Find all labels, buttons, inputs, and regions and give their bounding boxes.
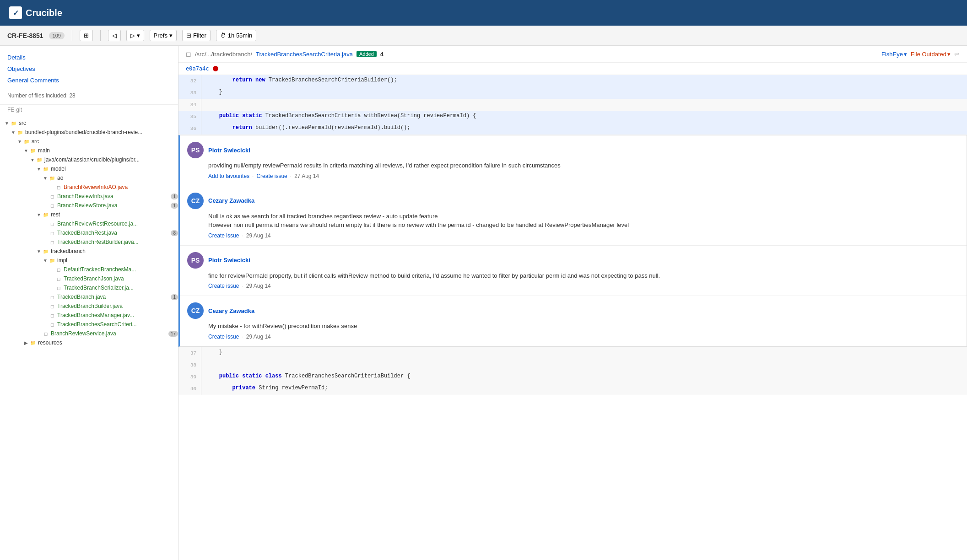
file-icon: ◻ — [55, 183, 62, 191]
tree-item-trackedbranch-rest[interactable]: ◻ TrackedBranchRest.java 8 — [0, 228, 178, 237]
tree-item-branchreviewservice[interactable]: ◻ BranchReviewService.java 17 — [0, 329, 178, 338]
comment-count: 1 — [171, 294, 178, 300]
create-issue-link[interactable]: Create issue — [208, 232, 239, 239]
comment-body: providing null/empty reviewPermaId resul… — [208, 161, 959, 170]
comment-indicator — [213, 66, 218, 71]
code-line-33: 33 } — [178, 87, 967, 99]
tree-item-trackedbranchbuilder[interactable]: ◻ TrackedBranchBuilder.java — [0, 302, 178, 311]
commit-hash[interactable]: e0a7a4c — [186, 65, 209, 72]
comment-author[interactable]: Piotr Swiecicki — [208, 147, 250, 154]
tree-item-branchreviewinfo[interactable]: ◻ BranchReviewInfo.java 1 — [0, 192, 178, 201]
sidebar: Details Objectives General Comments Numb… — [0, 46, 178, 560]
tree-item-src2[interactable]: ▼ 📁 src — [0, 137, 178, 146]
tree-item-branchreviewinfoao[interactable]: ◻ BranchReviewInfoAO.java — [0, 183, 178, 192]
comment-item: PS Piotr Swiecicki providing null/empty … — [180, 135, 967, 186]
create-issue-link[interactable]: Create issue — [208, 283, 239, 289]
chevron-right-icon: ▶ — [23, 340, 29, 345]
file-tree: ▼ 📁 src ▼ 📁 bundled-plugins/bundled/cruc… — [0, 117, 178, 349]
code-block-bottom: 37 } 38 39 public static class TrackedBr… — [178, 347, 967, 395]
app-logo[interactable]: ✓ Crucible — [9, 6, 62, 19]
tree-item-src[interactable]: ▼ 📁 src — [0, 118, 178, 128]
tree-item-trackedbranch-folder[interactable]: ▼ 📁 trackedbranch — [0, 247, 178, 256]
comment-count: 1 — [171, 203, 178, 209]
prefs-button[interactable]: Prefs ▾ — [150, 30, 177, 41]
comment-header: PS Piotr Swiecicki — [187, 142, 959, 158]
comment-actions: Create issue · 29 Aug 14 — [208, 232, 959, 239]
tree-item-trackedbranch[interactable]: ◻ TrackedBranch.java 1 — [0, 292, 178, 302]
folder-icon: 📁 — [29, 147, 37, 154]
file-icon: ◻ — [49, 312, 56, 319]
back-button[interactable]: ◁ — [108, 30, 121, 41]
file-icon: ◻ — [42, 330, 49, 337]
avatar: PS — [187, 142, 204, 158]
review-id: CR-FE-8851 — [7, 32, 43, 39]
chevron-down-icon: ▼ — [36, 212, 42, 217]
comment-count: 8 — [171, 230, 178, 236]
logo-icon: ✓ — [9, 6, 22, 19]
folder-icon: 📁 — [49, 257, 56, 264]
tree-item-trackedbranchjson[interactable]: ◻ TrackedBranchJson.java — [0, 274, 178, 283]
sync-icon: ⇌ — [954, 50, 960, 58]
divider — [72, 30, 72, 41]
comment-date: 29 Aug 14 — [246, 283, 271, 289]
chevron-down-icon: ▼ — [42, 176, 49, 181]
comment-count-badge: 109 — [49, 32, 65, 39]
comment-date: 27 Aug 14 — [294, 173, 319, 179]
tree-item-defaulttracked[interactable]: ◻ DefaultTrackedBranchesMa... — [0, 265, 178, 274]
content-area: ◻ /src/.../trackedbranch/ TrackedBranche… — [178, 46, 967, 560]
tree-item-resources[interactable]: ▶ 📁 resources — [0, 338, 178, 347]
file-icon: ◻ — [49, 238, 56, 246]
app-name: Crucible — [26, 8, 62, 18]
tree-item-main[interactable]: ▼ 📁 main — [0, 146, 178, 155]
file-icon: ◻ — [49, 229, 56, 237]
file-path: /src/.../trackedbranch/ — [195, 51, 252, 58]
tree-item-branchreviewrest[interactable]: ◻ BranchReviewRestResource.ja... — [0, 219, 178, 228]
file-status-badge: Added — [357, 51, 377, 57]
file-icon: ◻ — [55, 284, 62, 291]
comment-actions: Add to favourites · Create issue · 27 Au… — [208, 173, 959, 179]
tree-item-rest[interactable]: ▼ 📁 rest — [0, 210, 178, 219]
file-icon: ◻ — [49, 193, 56, 200]
chevron-down-icon: ▼ — [36, 249, 42, 254]
comment-author[interactable]: Cezary Zawadka — [208, 197, 254, 204]
tree-item-model[interactable]: ▼ 📁 model — [0, 164, 178, 173]
tree-item-trackedbranchserializer[interactable]: ◻ TrackedBranchSerializer.ja... — [0, 283, 178, 292]
code-line-36: 36 return builder().reviewPermaId(review… — [178, 123, 967, 135]
comment-date: 29 Aug 14 — [246, 232, 271, 239]
sidebar-item-objectives[interactable]: Objectives — [7, 65, 171, 74]
sidebar-file-count: Number of files included: 28 — [0, 91, 178, 104]
main-layout: Details Objectives General Comments Numb… — [0, 46, 967, 560]
file-header-actions: FishEye ▾ File Outdated ▾ ⇌ — [881, 50, 960, 58]
filter-button[interactable]: ⊟ Filter — [182, 30, 211, 41]
tree-item-branchreviewstore[interactable]: ◻ BranchReviewStore.java 1 — [0, 201, 178, 210]
tree-item-java[interactable]: ▼ 📁 java/com/atlassian/crucible/plugins/… — [0, 155, 178, 164]
file-outdated-dropdown[interactable]: File Outdated ▾ — [911, 51, 951, 58]
avatar: PS — [187, 252, 204, 269]
file-icon: ◻ — [49, 202, 56, 209]
forward-button[interactable]: ▷ ▾ — [126, 30, 144, 41]
sidebar-item-details[interactable]: Details — [7, 53, 171, 63]
sidebar-item-general-comments[interactable]: General Comments — [7, 76, 171, 86]
folder-icon: 📁 — [42, 211, 49, 218]
tree-item-ao[interactable]: ▼ 📁 ao — [0, 173, 178, 183]
tree-item-trackedbranch-restbuilder[interactable]: ◻ TrackedBranchRestBuilder.java... — [0, 237, 178, 247]
comment-count: 17 — [168, 331, 178, 337]
avatar: CZ — [187, 193, 204, 209]
create-issue-link[interactable]: Create issue — [256, 173, 287, 179]
file-icon: ◻ — [49, 321, 56, 328]
file-icon: ◻ — [49, 220, 56, 227]
comment-header: CZ Cezary Zawadka — [187, 193, 959, 209]
code-line-38: 38 — [178, 359, 967, 371]
tree-item-impl[interactable]: ▼ 📁 impl — [0, 256, 178, 265]
create-issue-link[interactable]: Create issue — [208, 334, 239, 340]
expand-button[interactable]: ⊞ — [80, 30, 93, 41]
comment-date: 29 Aug 14 — [246, 334, 271, 340]
tree-item-trackedbranchsearch[interactable]: ◻ TrackedBranchesSearchCriteri... — [0, 320, 178, 329]
add-to-favourites-link[interactable]: Add to favourites — [208, 173, 249, 179]
tree-item-trackedbranchmanager[interactable]: ◻ TrackedBranchesManager.jav... — [0, 311, 178, 320]
fisheye-dropdown[interactable]: FishEye ▾ — [881, 51, 907, 58]
comment-author[interactable]: Piotr Swiecicki — [208, 257, 250, 264]
tree-item-bundled[interactable]: ▼ 📁 bundled-plugins/bundled/crucible-bra… — [0, 128, 178, 137]
time-button[interactable]: ⏱ 1h 55min — [216, 30, 256, 41]
comment-author[interactable]: Cezary Zawadka — [208, 307, 254, 314]
